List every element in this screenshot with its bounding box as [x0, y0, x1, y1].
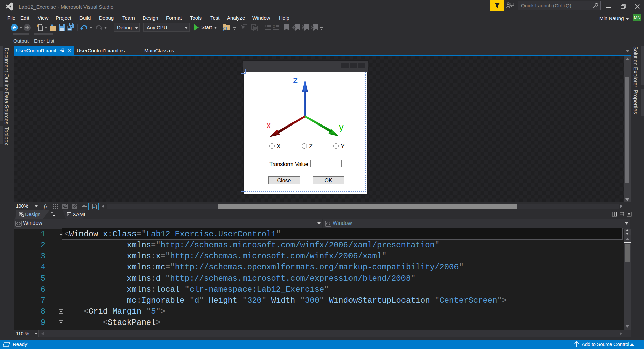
svg-text:2: 2 — [273, 24, 275, 28]
